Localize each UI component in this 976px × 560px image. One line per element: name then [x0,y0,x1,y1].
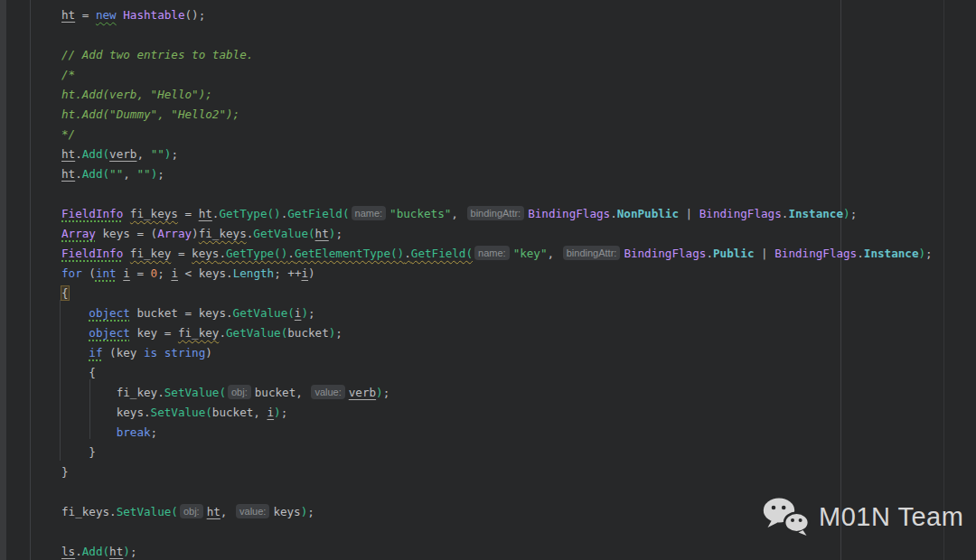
code-token: string [164,346,206,359]
code-token: ht [109,545,123,558]
code-token: . [219,247,226,260]
code-token: ht [207,505,221,518]
code-token [157,346,164,359]
code-token: ht.Add("Dummy", "Hello2"); [61,107,239,121]
code-token: ht [61,8,75,22]
code-token: keys = ( [96,227,157,240]
code-line: break; [61,423,933,443]
code-token: "" [151,147,164,161]
code-token [61,425,117,439]
code-line: */ [61,125,933,145]
code-token: Instance [788,207,843,220]
inlay-hint: name: [474,246,510,260]
code-token: ; [157,266,171,280]
inlay-hint: obj: [228,385,251,399]
inlay-hint: bindingAttr: [467,206,525,220]
code-line: { [61,363,933,383]
code-token: Array [157,227,192,240]
code-token: < keys. [178,266,233,280]
code-token: keys. [61,406,151,419]
code-token: . [706,247,713,260]
watermark-text: M01N Team [819,502,963,532]
code-token: bucket [287,326,329,340]
wechat-icon [762,497,811,537]
code-token: BindingFlags [624,247,706,260]
code-token: = [130,266,151,280]
code-token: i [301,266,308,280]
indent-guide [30,0,31,560]
code-token: ) [843,207,850,220]
code-token: ht [315,227,329,240]
inlay-hint: value: [311,385,344,399]
code-token: SetValue( [164,386,226,399]
code-token: } [61,445,96,459]
code-token: i [123,266,130,280]
code-line: if (key is string) [61,343,933,363]
code-token: GetField( [287,207,349,220]
code-token: if [89,346,102,359]
code-token: ( [82,266,96,280]
code-line: ls.Add(ht); [61,542,933,560]
code-token: ) [192,227,199,240]
inlay-hint: value: [236,504,269,518]
code-line: /* [61,65,933,85]
code-token: . [75,147,82,161]
code-token: = [171,247,192,260]
code-token: ht [61,167,75,181]
code-token: . [404,247,411,260]
code-token: { [61,286,69,300]
code-token: ) [274,406,281,419]
code-token: ht.Add(verb, "Hello"); [61,88,212,101]
code-token: ; [335,326,343,340]
code-token: "buckets" [389,207,451,220]
code-line: ht = new Hashtable(); [61,5,933,25]
code-token: object [89,326,130,340]
code-token: BindingFlags [774,247,857,260]
code-token: fi_key [178,326,220,340]
code-token: break [117,425,151,439]
code-token: i [267,406,275,419]
inlay-hint: name: [352,206,387,220]
code-line [61,184,933,204]
code-token: (); [185,8,206,22]
code-token: fi_key [130,247,172,260]
code-token: . [75,167,82,181]
watermark: M01N Team [762,497,963,537]
code-line: for (int i = 0; i < keys.Length; ++i) [61,264,933,284]
code-token: ) [301,306,308,320]
code-token: Public [713,247,755,260]
code-token: /* [61,68,75,81]
code-token: key = [130,326,178,340]
code-token: ; [157,167,164,181]
code-token: bucket = keys. [130,306,233,320]
code-token: Length [233,266,275,280]
code-token: // Add two entries to table. [61,48,253,61]
inlay-hint: obj: [180,504,203,518]
code-token: "" [109,167,123,181]
code-token: FieldInfo [61,207,123,220]
code-token [61,326,89,340]
code-token: GetValue( [226,326,287,340]
code-token: bucket, [212,406,267,419]
code-token: = [178,207,199,220]
code-token: ) [123,545,130,558]
code-line: } [61,462,933,482]
code-token: | [754,247,774,260]
code-token: ht [199,207,212,220]
code-line: FieldInfo fi_keys = ht.GetType().GetFiel… [61,204,933,224]
margin-guide [943,0,944,560]
editor-screen: ht = new Hashtable();// Add two entries … [0,0,976,560]
code-line: object bucket = keys.GetValue(i); [61,303,933,323]
code-line: Array keys = (Array)fi_keys.GetValue(ht)… [61,224,933,244]
code-token: */ [61,127,75,141]
code-token: , [221,505,234,518]
code-token: int [96,266,117,280]
code-token: fi_key. [61,386,164,399]
code-token: ls [61,545,75,558]
code-editor[interactable]: ht = new Hashtable();// Add two entries … [61,5,933,560]
code-token: keys [192,247,219,260]
code-token: GetType() [226,247,287,260]
code-token: Instance [864,247,919,260]
code-token: ; [130,545,137,558]
code-token: ; [151,425,158,439]
